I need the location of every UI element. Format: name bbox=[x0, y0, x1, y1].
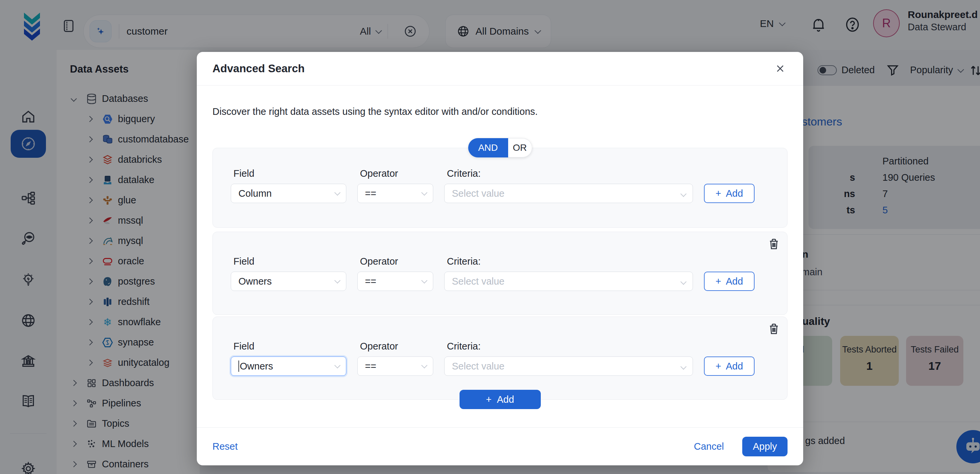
andor-toggle: AND OR bbox=[468, 138, 532, 157]
plus-icon: + bbox=[716, 361, 721, 372]
criteria-input[interactable] bbox=[444, 356, 693, 376]
add-condition-button[interactable]: + Add bbox=[704, 356, 754, 376]
close-icon[interactable] bbox=[773, 61, 788, 76]
advanced-search-modal: Advanced Search Discover the right data … bbox=[197, 52, 803, 465]
operator-select[interactable]: == bbox=[357, 184, 433, 203]
chevron-down-icon bbox=[421, 362, 427, 368]
modal-footer: Reset Cancel Apply bbox=[197, 428, 803, 465]
operator-label: Operator bbox=[357, 341, 433, 352]
chevron-down-icon bbox=[421, 189, 427, 196]
operator-value: == bbox=[365, 361, 376, 372]
delete-condition-icon[interactable] bbox=[767, 322, 781, 336]
operator-select[interactable]: == bbox=[357, 272, 433, 291]
plus-icon: + bbox=[716, 188, 721, 199]
conditions-area: AND OR Field Operator Criteria: Column bbox=[212, 148, 788, 400]
criteria-select[interactable] bbox=[444, 356, 693, 376]
field-label: Field bbox=[231, 168, 346, 179]
or-button[interactable]: OR bbox=[508, 138, 532, 157]
reset-button[interactable]: Reset bbox=[212, 441, 238, 452]
plus-icon: + bbox=[716, 276, 721, 287]
add-group-button[interactable]: + Add bbox=[460, 390, 541, 409]
field-value: Owners bbox=[240, 361, 273, 372]
text-cursor bbox=[239, 361, 239, 372]
delete-condition-icon[interactable] bbox=[767, 237, 781, 251]
chevron-down-icon bbox=[334, 189, 340, 196]
add-condition-button[interactable]: + Add bbox=[704, 184, 754, 203]
field-value: Owners bbox=[239, 276, 272, 287]
apply-button[interactable]: Apply bbox=[742, 437, 788, 457]
condition-box-3: Field Operator Criteria: Owners == bbox=[212, 317, 788, 400]
condition-box-2: Field Operator Criteria: Owners == bbox=[212, 232, 788, 315]
operator-value: == bbox=[365, 276, 376, 287]
modal-title: Advanced Search bbox=[212, 62, 305, 75]
and-button[interactable]: AND bbox=[468, 138, 508, 157]
modal-header: Advanced Search bbox=[197, 52, 803, 86]
condition-box-1: Field Operator Criteria: Column == bbox=[212, 148, 788, 227]
chevron-down-icon bbox=[421, 277, 427, 283]
operator-select[interactable]: == bbox=[357, 356, 433, 376]
modal-description: Discover the right data assets using the… bbox=[212, 106, 788, 117]
field-label: Field bbox=[231, 256, 346, 267]
field-select[interactable]: Owners bbox=[231, 272, 346, 291]
field-select-focused[interactable]: Owners bbox=[231, 356, 346, 376]
field-select[interactable]: Column bbox=[231, 184, 346, 203]
chevron-down-icon bbox=[334, 362, 340, 368]
field-label: Field bbox=[231, 341, 346, 352]
criteria-select[interactable] bbox=[444, 184, 693, 203]
criteria-select[interactable] bbox=[444, 272, 693, 291]
add-condition-button[interactable]: + Add bbox=[704, 272, 754, 291]
chevron-down-icon bbox=[334, 277, 340, 283]
operator-value: == bbox=[365, 188, 376, 199]
operator-label: Operator bbox=[357, 168, 433, 179]
criteria-input[interactable] bbox=[444, 184, 693, 203]
criteria-label: Criteria: bbox=[444, 256, 693, 267]
criteria-input[interactable] bbox=[444, 272, 693, 291]
operator-label: Operator bbox=[357, 256, 433, 267]
app-screen: All All Domains EN bbox=[0, 0, 980, 474]
criteria-label: Criteria: bbox=[444, 341, 693, 352]
cancel-button[interactable]: Cancel bbox=[694, 441, 724, 452]
field-value: Column bbox=[239, 188, 272, 199]
modal-body: Discover the right data assets using the… bbox=[197, 106, 803, 400]
plus-icon: + bbox=[486, 394, 492, 405]
criteria-label: Criteria: bbox=[444, 168, 693, 179]
